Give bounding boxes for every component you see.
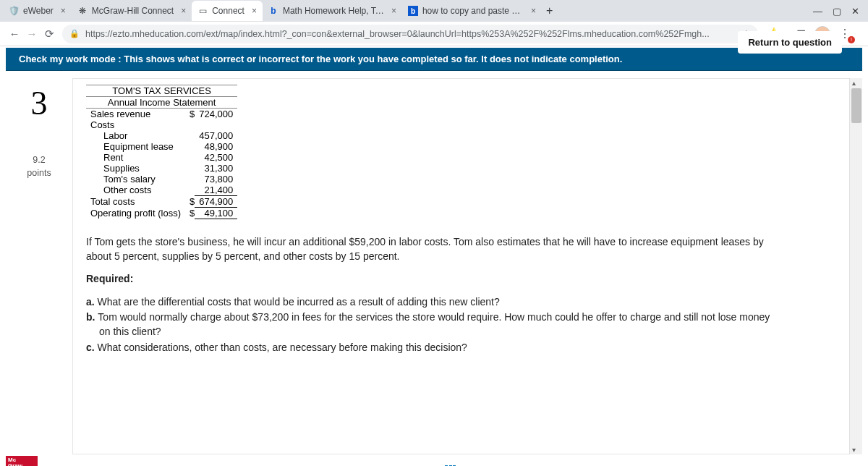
close-icon[interactable]: × xyxy=(252,6,257,16)
lock-icon: 🔒 xyxy=(69,29,80,38)
scenario-text: If Tom gets the store's business, he wil… xyxy=(86,235,780,263)
row-label: Labor xyxy=(86,130,185,141)
scroll-up-icon[interactable]: ▴ xyxy=(852,79,856,87)
row-label: Tom's salary xyxy=(86,174,185,185)
question-body: TOM'S TAX SERVICES Annual Income Stateme… xyxy=(72,78,849,454)
row-label: Other costs xyxy=(86,185,185,196)
row-value: 457,000 xyxy=(195,130,237,141)
banner-text: Check my work mode : This shows what is … xyxy=(19,54,622,64)
tab-strip: 🛡️ eWeber × ❋ McGraw-Hill Connect × ▭ Co… xyxy=(0,0,868,22)
stmt-subtitle: Annual Income Statement xyxy=(86,97,237,109)
row-value: 49,100 xyxy=(195,208,237,219)
b-icon: b xyxy=(268,6,278,16)
question-sidebar: 3 9.2 points xyxy=(6,78,72,454)
chevron-left-icon: ‹ xyxy=(365,463,368,466)
tab-title: McGraw-Hill Connect xyxy=(92,6,174,16)
b-box-icon: b xyxy=(408,6,418,16)
tab-connect[interactable]: ▭ Connect × xyxy=(192,1,263,21)
url-input[interactable]: 🔒 https://ezto.mheducation.com/ext/map/i… xyxy=(62,25,758,43)
row-value: 48,900 xyxy=(195,141,237,152)
shield-icon: 🛡️ xyxy=(9,6,19,16)
new-tab-button[interactable]: + xyxy=(542,4,557,17)
url-text: https://ezto.mheducation.com/ext/map/ind… xyxy=(85,29,710,39)
tab-eweber[interactable]: 🛡️ eWeber × xyxy=(3,1,72,21)
tab-title: eWeber xyxy=(23,6,54,16)
points-label: points xyxy=(6,167,72,180)
maximize-icon[interactable]: ▢ xyxy=(833,6,841,17)
question-a: a. What are the differential costs that … xyxy=(86,295,780,310)
tab-title: Math Homework Help, Textbook xyxy=(283,6,384,16)
row-label: Supplies xyxy=(86,163,185,174)
tab-math[interactable]: b Math Homework Help, Textbook × xyxy=(263,1,402,21)
row-label: Operating profit (loss) xyxy=(86,208,185,219)
flower-icon: ❋ xyxy=(77,6,88,16)
tab-title: Connect xyxy=(212,6,244,16)
scrollbar[interactable]: ▴ ▾ xyxy=(849,78,862,454)
return-button[interactable]: Return to question xyxy=(738,31,842,54)
row-value: 31,300 xyxy=(195,163,237,174)
forward-button[interactable]: → xyxy=(23,27,41,40)
points-value: 9.2 xyxy=(6,154,72,167)
mode-banner: Check my work mode : This shows what is … xyxy=(6,48,862,71)
row-label: Total costs xyxy=(86,196,185,208)
close-icon[interactable]: × xyxy=(391,6,396,16)
scroll-thumb[interactable] xyxy=(851,88,861,123)
tab-mcgraw[interactable]: ❋ McGraw-Hill Connect × xyxy=(72,1,192,21)
close-window-icon[interactable]: ✕ xyxy=(851,6,859,17)
row-value: 42,500 xyxy=(195,152,237,163)
chevron-right-icon: › xyxy=(500,463,503,466)
footer-nav: McGrawHillEducation ‹Prev 3 of 3 Next› xyxy=(0,454,868,466)
close-icon[interactable]: × xyxy=(181,6,186,16)
scroll-down-icon[interactable]: ▾ xyxy=(852,446,856,454)
income-statement: TOM'S TAX SERVICES Annual Income Stateme… xyxy=(86,85,237,219)
prev-button[interactable]: ‹Prev xyxy=(365,463,393,466)
stmt-title: TOM'S TAX SERVICES xyxy=(86,85,237,97)
tab-title: how to copy and paste on keybo xyxy=(422,6,524,16)
publisher-logo: McGrawHillEducation xyxy=(6,456,38,466)
minimize-icon[interactable]: — xyxy=(813,6,822,17)
tab-howto[interactable]: b how to copy and paste on keybo × xyxy=(402,1,542,21)
row-value: 674,900 xyxy=(195,196,237,208)
row-value: 73,800 xyxy=(195,174,237,185)
next-button[interactable]: Next› xyxy=(475,463,503,466)
close-icon[interactable]: × xyxy=(61,6,66,16)
close-icon[interactable]: × xyxy=(531,6,536,16)
row-label: Sales revenue xyxy=(86,109,185,120)
row-label: Equipment lease xyxy=(86,141,185,152)
question-number: 3 xyxy=(6,84,72,122)
question-b: b. Tom would normally charge about $73,2… xyxy=(86,310,780,339)
question-c: c. What considerations, other than costs… xyxy=(86,341,780,355)
back-button[interactable]: ← xyxy=(6,27,23,40)
row-label: Costs xyxy=(86,119,185,130)
reload-button[interactable]: ⟳ xyxy=(41,27,58,41)
row-value: 724,000 xyxy=(195,109,237,120)
row-label: Rent xyxy=(86,152,185,163)
doc-icon: ▭ xyxy=(197,6,208,16)
row-value: 21,400 xyxy=(195,185,237,196)
required-label: Required: xyxy=(86,272,780,287)
